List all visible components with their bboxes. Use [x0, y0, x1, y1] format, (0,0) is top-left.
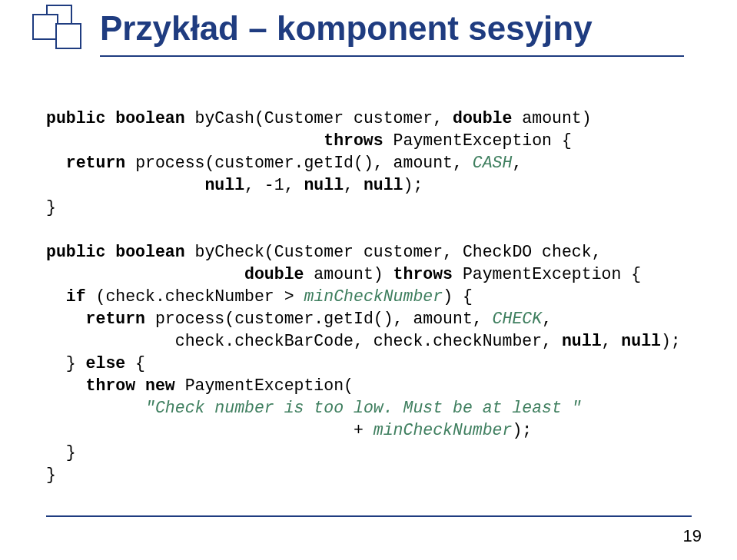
code-token [46, 399, 145, 417]
code-token: } [46, 443, 76, 462]
code-token: minCheckNumber [373, 421, 513, 439]
code-token: CHECK [493, 310, 543, 328]
code-token: throw new [86, 376, 175, 395]
code-token: , [344, 176, 364, 194]
slide-title: Przykład – komponent sesyjny [100, 9, 593, 48]
code-token: if [66, 287, 86, 306]
code-token: process(customer.getId(), amount, [145, 310, 493, 328]
square-shape [55, 23, 81, 49]
code-token [46, 176, 204, 194]
code-token: throws [324, 131, 383, 150]
code-token: CASH [473, 154, 513, 172]
code-token: null [304, 176, 344, 194]
code-token [46, 265, 244, 283]
code-token: null [364, 176, 403, 194]
code-token: + [46, 421, 373, 439]
code-token: return [86, 310, 145, 328]
code-token: null [562, 332, 602, 350]
code-token: throws [393, 265, 453, 283]
code-token: process(customer.getId(), amount, [125, 154, 473, 172]
code-token: } [46, 198, 56, 217]
slide: Przykład – komponent sesyjny public bool… [0, 0, 737, 560]
code-token [46, 376, 86, 395]
code-token: , [512, 154, 522, 172]
code-token: public boolean [46, 243, 185, 261]
title-underline [100, 55, 684, 57]
code-token: amount) [512, 109, 591, 128]
code-token: ) { [443, 287, 473, 306]
code-token [46, 131, 324, 150]
overlapping-squares-icon [32, 5, 86, 52]
code-token: amount) [304, 265, 393, 283]
code-token: minCheckNumber [304, 287, 443, 306]
slide-header: Przykład – komponent sesyjny [32, 5, 593, 52]
code-token: ); [403, 176, 423, 194]
code-token: , [542, 310, 552, 328]
code-token: (check.checkNumber > [86, 287, 304, 306]
code-token: "Check number is too low. Must be at lea… [145, 399, 582, 417]
code-token: PaymentException { [453, 265, 641, 283]
page-number: 19 [683, 526, 702, 546]
code-token [46, 154, 66, 172]
code-token: byCheck(Customer customer, CheckDO check… [185, 243, 602, 261]
code-token: PaymentException( [175, 376, 354, 395]
code-token: null [621, 332, 661, 350]
footer-divider [46, 515, 692, 517]
code-token: byCash(Customer customer, [185, 109, 453, 128]
code-token: ); [512, 421, 532, 439]
code-token: else [86, 354, 126, 373]
code-token [46, 310, 86, 328]
code-token: { [125, 354, 145, 373]
square-shape [32, 14, 58, 40]
code-token: public boolean [46, 109, 185, 128]
code-block: public boolean byCash(Customer customer,… [46, 108, 692, 486]
code-token: check.checkBarCode, check.checkNumber, [46, 332, 562, 350]
code-token [46, 287, 66, 306]
code-token: , [602, 332, 622, 350]
code-token: ); [661, 332, 681, 350]
code-token: } [46, 466, 56, 484]
code-token: PaymentException { [383, 131, 572, 150]
code-token: double [244, 265, 304, 283]
code-token: } [46, 354, 86, 373]
code-token: double [453, 109, 512, 128]
code-token: return [66, 154, 125, 172]
code-token: , -1, [244, 176, 304, 194]
code-token: null [204, 176, 244, 194]
